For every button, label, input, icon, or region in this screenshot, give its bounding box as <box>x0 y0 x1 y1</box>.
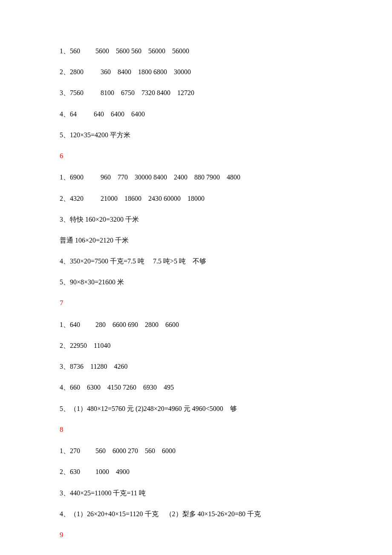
answer-line: 2、22950 11040 <box>60 341 332 350</box>
answer-line: 1、640 280 6600 690 2800 6600 <box>60 321 332 329</box>
answer-line: 3、8736 11280 4260 <box>60 362 332 370</box>
answer-line: 2、2800 360 8400 1800 6800 30000 <box>60 68 332 76</box>
document-page: 1、560 5600 5600 560 56000 560002、2800 36… <box>0 0 392 555</box>
answer-line: 3、440×25=11000 千克=11 吨 <box>60 489 332 497</box>
answer-line: 4、350×20=7500 千克=7.5 吨 7.5 吨>5 吨 不够 <box>60 257 332 265</box>
answer-line: 4、64 640 6400 6400 <box>60 110 332 118</box>
answer-line: 3、特快 160×20=3200 千米 <box>60 215 332 223</box>
section-number: 9 <box>60 531 332 539</box>
answer-line: 1、6900 960 770 30000 8400 2400 880 7900 … <box>60 173 332 181</box>
answer-line: 3、7560 8100 6750 7320 8400 12720 <box>60 89 332 97</box>
answer-line: 1、270 560 6000 270 560 6000 <box>60 447 332 455</box>
section-number: 6 <box>60 152 332 160</box>
section-number: 8 <box>60 425 332 434</box>
answer-line: 5、（1）480×12=5760 元 (2)248×20=4960 元 4960… <box>60 405 332 413</box>
answer-line: 1、560 5600 5600 560 56000 56000 <box>60 47 332 55</box>
section-number: 7 <box>60 299 332 307</box>
answer-line: 2、630 1000 4900 <box>60 468 332 476</box>
answer-line: 5、120×35=4200 平方米 <box>60 131 332 139</box>
answer-line: 2、4320 21000 18600 2430 60000 18000 <box>60 194 332 202</box>
answer-line: 5、90×8×30=21600 米 <box>60 278 332 286</box>
answer-line: 普通 106×20=2120 千米 <box>60 236 332 244</box>
answer-line: 4、（1）26×20+40×15=1120 千克 （2）梨多 40×15-26×… <box>60 510 332 518</box>
answer-line: 4、660 6300 4150 7260 6930 495 <box>60 383 332 391</box>
